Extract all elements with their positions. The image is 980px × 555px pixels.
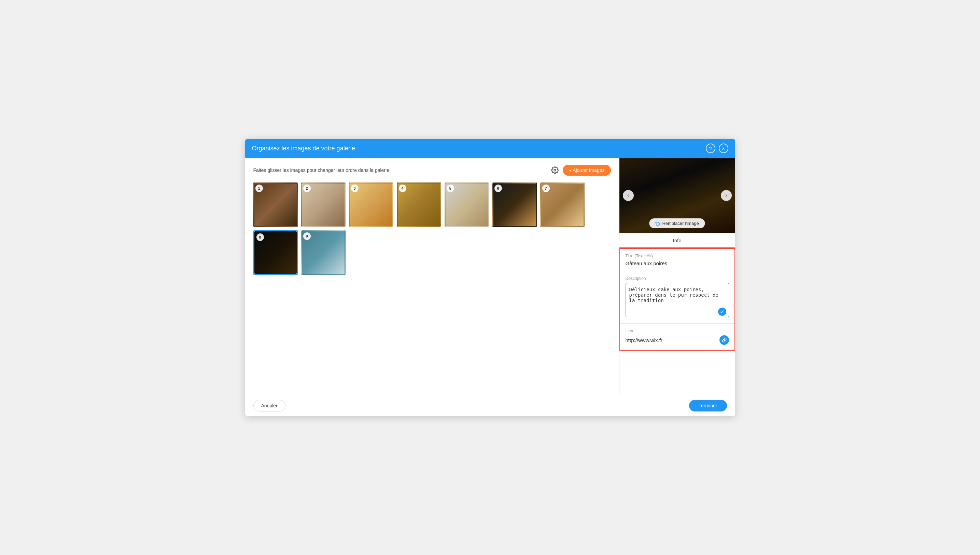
thumb-item-8[interactable]: 8	[253, 230, 298, 275]
thumb-item-5[interactable]: 5	[444, 183, 489, 227]
left-panel: Faites glisser les images pour changer l…	[245, 158, 619, 395]
preview-area: ‹ › Remplacer l'image	[619, 158, 735, 233]
svg-point-0	[554, 169, 556, 171]
thumb-number-5: 5	[447, 184, 454, 192]
info-section: Info Titre (Texte Alt) Gâteau aux poires…	[619, 233, 735, 395]
thumb-number-3: 3	[351, 184, 358, 192]
thumb-item-3[interactable]: 3	[349, 183, 393, 227]
cancel-button[interactable]: Annuler	[253, 400, 285, 411]
link-label: Lien	[625, 329, 729, 333]
chevron-left-icon: ‹	[627, 192, 629, 199]
preview-next-button[interactable]: ›	[721, 190, 732, 201]
chain-link-icon	[722, 338, 727, 342]
thumb-item-9[interactable]: 9	[301, 230, 345, 275]
preview-prev-button[interactable]: ‹	[623, 190, 634, 201]
confirm-icon	[718, 308, 726, 316]
gallery-grid: 1 2 3 4 5	[253, 183, 611, 275]
modal-body: Faites glisser les images pour changer l…	[245, 158, 735, 395]
link-icon[interactable]	[719, 335, 729, 345]
title-label: Titre (Texte Alt)	[625, 253, 729, 258]
thumb-item-2[interactable]: 2	[301, 183, 345, 227]
header-actions: ? ×	[706, 144, 728, 153]
thumb-item-6[interactable]: 6	[492, 183, 537, 227]
description-wrapper: Délicieux cake aux poires, préparer dans…	[625, 283, 729, 319]
toolbar-instruction: Faites glisser les images pour changer l…	[253, 167, 391, 173]
modal-title: Organisez les images de votre galerie	[252, 145, 355, 152]
thumb-number-1: 1	[256, 184, 263, 192]
thumb-number-8: 8	[256, 233, 264, 241]
close-button[interactable]: ×	[719, 144, 728, 153]
replace-icon	[655, 221, 660, 226]
thumb-number-6: 6	[494, 184, 502, 192]
thumb-number-2: 2	[303, 184, 311, 192]
toolbar: Faites glisser les images pour changer l…	[253, 165, 611, 176]
description-textarea[interactable]: Délicieux cake aux poires, préparer dans…	[625, 283, 729, 317]
link-wrapper: http://www.wix.fr	[625, 335, 729, 345]
finish-button[interactable]: Terminer	[689, 400, 727, 411]
description-field-group: Description Délicieux cake aux poires, p…	[620, 271, 734, 324]
gear-icon	[551, 167, 559, 174]
thumb-item-4[interactable]: 4	[397, 183, 441, 227]
title-value[interactable]: Gâteau aux poires	[625, 260, 729, 266]
thumb-item-7[interactable]: 7	[540, 183, 585, 227]
chevron-right-icon: ›	[725, 192, 727, 199]
info-fields: Titre (Texte Alt) Gâteau aux poires Desc…	[619, 248, 735, 351]
info-tab[interactable]: Info	[619, 233, 735, 248]
link-field-group: Lien http://www.wix.fr	[620, 324, 734, 350]
toolbar-right: + Ajouter images	[551, 165, 611, 176]
modal-header: Organisez les images de votre galerie ? …	[245, 139, 735, 158]
description-label: Description	[625, 276, 729, 281]
thumb-item-1[interactable]: 1	[253, 183, 298, 227]
replace-label: Remplacer l'image	[662, 221, 699, 226]
add-images-button[interactable]: + Ajouter images	[563, 165, 611, 176]
replace-image-button[interactable]: Remplacer l'image	[649, 218, 705, 228]
settings-button[interactable]	[551, 167, 559, 174]
modal-footer: Annuler Terminer	[245, 395, 735, 416]
thumb-number-7: 7	[542, 184, 550, 192]
title-field-group: Titre (Texte Alt) Gâteau aux poires	[620, 249, 734, 271]
thumb-number-4: 4	[399, 184, 406, 192]
modal-dialog: Organisez les images de votre galerie ? …	[245, 139, 735, 416]
right-panel: ‹ › Remplacer l'image Info	[619, 158, 735, 395]
checkmark-icon	[720, 310, 724, 314]
help-button[interactable]: ?	[706, 144, 715, 153]
link-value[interactable]: http://www.wix.fr	[625, 337, 662, 343]
thumb-number-9: 9	[303, 233, 311, 240]
